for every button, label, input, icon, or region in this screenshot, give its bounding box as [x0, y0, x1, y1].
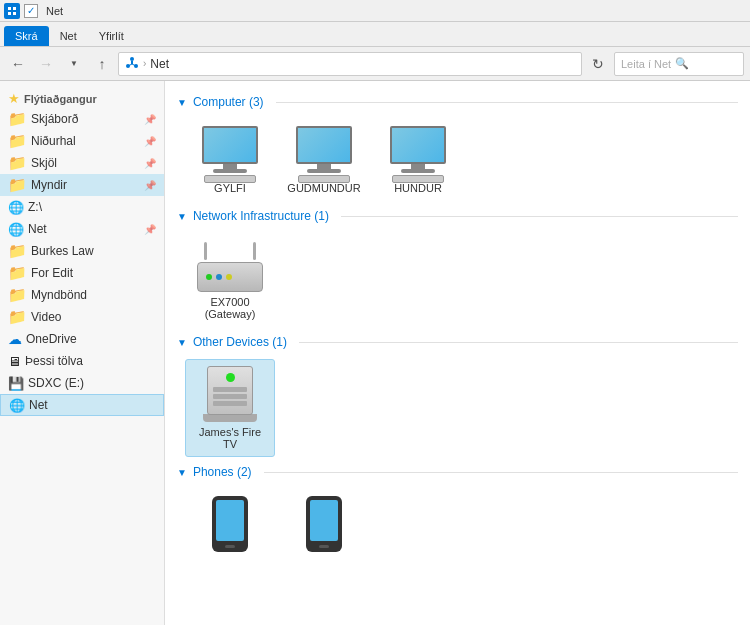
forward-button[interactable]: → — [34, 52, 58, 76]
pin-icon: 📌 — [144, 158, 156, 169]
sidebar-label-pessi: Þessi tölva — [25, 354, 156, 368]
folder-icon: 📁 — [8, 154, 27, 172]
sidebar-item-pessi[interactable]: 🖥 Þessi tölva — [0, 350, 164, 372]
sidebar-item-sdxc[interactable]: 💾 SDXC (E:) — [0, 372, 164, 394]
quick-access-label: Flýtiaðgangur — [24, 93, 97, 105]
folder-icon: 📁 — [8, 264, 27, 282]
svg-rect-0 — [6, 5, 18, 17]
section-header-computer[interactable]: ▼ Computer (3) — [177, 95, 738, 109]
grid-item-label-firetv: James's Fire TV — [199, 426, 261, 450]
sidebar-item-myndir[interactable]: 📁 Myndir 📌 — [0, 174, 164, 196]
section-header-network-infra[interactable]: ▼ Network Infrastructure (1) — [177, 209, 738, 223]
desktop-icon: 🖥 — [8, 354, 21, 369]
sidebar-item-onedrive[interactable]: ☁ OneDrive — [0, 328, 164, 350]
sidebar-label-foredit: For Edit — [31, 266, 156, 280]
sidebar-item-nidurhal[interactable]: 📁 Niðurhal 📌 — [0, 130, 164, 152]
pin-icon: 📌 — [144, 136, 156, 147]
folder-icon: 📁 — [8, 242, 27, 260]
search-bar[interactable]: Leita í Net 🔍 — [614, 52, 744, 76]
title-bar: ✓ Net — [0, 0, 750, 22]
section-divider — [264, 472, 738, 473]
sidebar-label-onedrive: OneDrive — [26, 332, 156, 346]
nav-bar: ← → ▼ ↑ › Net ↻ Leita í Net 🔍 — [0, 47, 750, 81]
router-icon — [194, 240, 266, 292]
dropdown-button[interactable]: ▼ — [62, 52, 86, 76]
title-bar-icon — [4, 3, 20, 19]
network-icon: 🌐 — [8, 222, 24, 237]
computer-icon-gylfi — [198, 126, 262, 178]
tab-skra[interactable]: Skrá — [4, 26, 49, 46]
sidebar-label-video: Video — [31, 310, 156, 324]
svg-rect-2 — [13, 7, 16, 10]
cloud-icon: ☁ — [8, 331, 22, 347]
grid-item-label-gudmundur: GUDMUNDUR — [287, 182, 360, 194]
sidebar-item-net2[interactable]: 🌐 Net — [0, 394, 164, 416]
sidebar-label-skjol: Skjöl — [31, 156, 140, 170]
address-text: Net — [150, 57, 169, 71]
sidebar-label-net2: Net — [29, 398, 155, 412]
sidebar-item-skjaboard[interactable]: 📁 Skjáborð 📌 — [0, 108, 164, 130]
section-label-phones: Phones (2) — [193, 465, 252, 479]
sidebar-label-sdxc: SDXC (E:) — [28, 376, 156, 390]
section-header-phones[interactable]: ▼ Phones (2) — [177, 465, 738, 479]
pin-icon: 📌 — [144, 114, 156, 125]
svg-rect-3 — [8, 12, 11, 15]
sidebar-label-zdrive: Z:\ — [28, 200, 156, 214]
sidebar-label-myndir: Myndir — [31, 178, 140, 192]
grid-item-firetv[interactable]: James's Fire TV — [185, 359, 275, 457]
network-icon — [125, 55, 139, 72]
folder-icon: 📁 — [8, 110, 27, 128]
title-bar-checkbox[interactable]: ✓ — [24, 4, 38, 18]
ribbon-tabs: Skrá Net Yfirlít — [0, 22, 750, 46]
pin-icon: 📌 — [144, 224, 156, 235]
up-button[interactable]: ↑ — [90, 52, 114, 76]
sidebar-item-skjol[interactable]: 📁 Skjöl 📌 — [0, 152, 164, 174]
address-bar[interactable]: › Net — [118, 52, 582, 76]
section-header-other-devices[interactable]: ▼ Other Devices (1) — [177, 335, 738, 349]
network-drive-icon: 🌐 — [8, 200, 24, 215]
svg-rect-6 — [131, 61, 133, 64]
sidebar: ★ Flýtiaðgangur 📁 Skjáborð 📌 📁 Niðurhal … — [0, 81, 165, 625]
grid-item-phone1[interactable] — [185, 489, 275, 563]
address-separator: › — [143, 58, 146, 69]
computer-icon-hundur — [386, 126, 450, 178]
sidebar-label-burkes: Burkes Law — [31, 244, 156, 258]
section-divider — [299, 342, 738, 343]
grid-item-ex7000[interactable]: EX7000 (Gateway) — [185, 233, 275, 327]
grid-item-hundur[interactable]: HUNDUR — [373, 119, 463, 201]
tab-yfirlit[interactable]: Yfirlít — [88, 26, 135, 46]
grid-item-gylfi[interactable]: GYLFI — [185, 119, 275, 201]
refresh-button[interactable]: ↻ — [586, 52, 610, 76]
sidebar-item-myndabond[interactable]: 📁 Myndbönd — [0, 284, 164, 306]
sidebar-item-zdrive[interactable]: 🌐 Z:\ — [0, 196, 164, 218]
content-area: ▼ Computer (3) GYLFI — [165, 81, 750, 625]
back-button[interactable]: ← — [6, 52, 30, 76]
svg-rect-4 — [13, 12, 16, 15]
grid-item-label-gylfi: GYLFI — [214, 182, 246, 194]
sidebar-item-video[interactable]: 📁 Video — [0, 306, 164, 328]
sidebar-item-burkes[interactable]: 📁 Burkes Law — [0, 240, 164, 262]
quick-access-section: ★ Flýtiaðgangur — [0, 87, 164, 108]
sidebar-label-net1: Net — [28, 222, 140, 236]
phones-grid — [177, 489, 738, 563]
grid-item-phone2[interactable] — [279, 489, 369, 563]
ribbon: Skrá Net Yfirlít — [0, 22, 750, 47]
phone-icon — [212, 496, 248, 552]
chevron-down-icon: ▼ — [177, 211, 187, 222]
folder-icon: 📁 — [8, 176, 27, 194]
tab-net[interactable]: Net — [49, 26, 88, 46]
sd-icon: 💾 — [8, 376, 24, 391]
svg-rect-1 — [8, 7, 11, 10]
network-infra-grid: EX7000 (Gateway) — [177, 233, 738, 327]
chevron-down-icon: ▼ — [177, 467, 187, 478]
sidebar-item-net1[interactable]: 🌐 Net 📌 — [0, 218, 164, 240]
star-icon: ★ — [8, 91, 20, 106]
folder-special-icon: 📁 — [8, 286, 27, 304]
sidebar-item-foredit[interactable]: 📁 For Edit — [0, 262, 164, 284]
grid-item-label-hundur: HUNDUR — [394, 182, 442, 194]
section-label-other-devices: Other Devices (1) — [193, 335, 287, 349]
chevron-down-icon: ▼ — [177, 337, 187, 348]
section-label-network-infra: Network Infrastructure (1) — [193, 209, 329, 223]
grid-item-gudmundur[interactable]: GUDMUNDUR — [279, 119, 369, 201]
other-devices-grid: James's Fire TV — [177, 359, 738, 457]
